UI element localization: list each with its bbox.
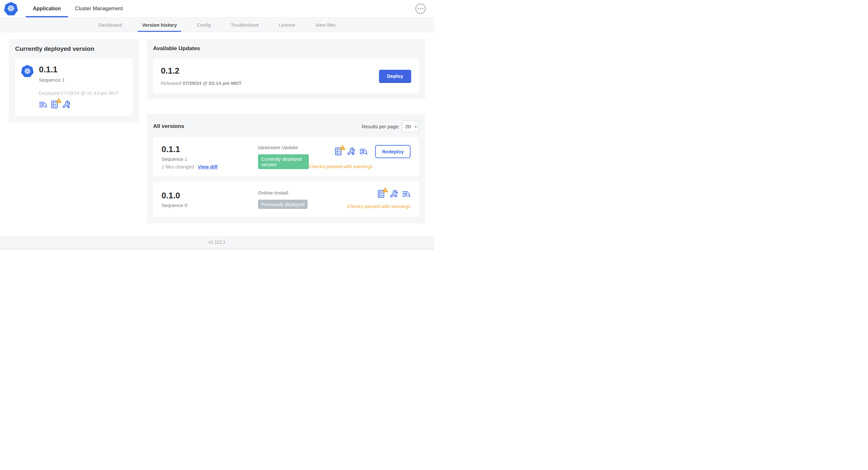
- app-footer: v1.112.1: [0, 236, 434, 250]
- console-version: v1.112.1: [209, 239, 225, 245]
- kubernetes-logo-icon: ☸: [4, 2, 18, 16]
- files-changed-line: 1 files changed View diff: [161, 164, 258, 169]
- row-version-number: 0.1.0: [161, 191, 258, 201]
- warning-triangle-icon: [56, 98, 62, 103]
- update-released-date: 07/29/24 @ 03:14 pm MDT: [183, 80, 242, 86]
- view-logs-icon[interactable]: [39, 100, 47, 109]
- preflight-checks-warning-icon[interactable]: [377, 190, 385, 198]
- view-diff-link[interactable]: View diff: [198, 164, 217, 169]
- available-update-row: 0.1.2 Released 07/29/24 @ 03:14 pm MDT D…: [153, 59, 419, 93]
- view-logs-icon[interactable]: [402, 190, 410, 198]
- version-row-0-1-0: 0.1.0 Sequence 0 Online Install Previous…: [153, 181, 419, 217]
- tab-version-history[interactable]: Version history: [132, 18, 187, 32]
- header-tab-application-label: Application: [33, 6, 61, 11]
- available-updates-title: Available Updates: [153, 45, 419, 52]
- kubernetes-app-icon: ☸: [21, 65, 34, 109]
- row-version-number: 0.1.1: [161, 144, 258, 154]
- all-versions-title: All versions: [153, 123, 184, 130]
- tab-troubleshoot[interactable]: Troubleshoot: [221, 18, 269, 32]
- redeploy-button[interactable]: Redeploy: [375, 145, 410, 158]
- right-column: Available Updates 0.1.2 Released 07/29/2…: [147, 39, 425, 224]
- view-config-wrench-eye-icon[interactable]: [390, 190, 398, 198]
- currently-deployed-title: Currently deployed version: [15, 45, 132, 53]
- source-label: Online Install: [258, 190, 347, 196]
- actions-row: Redeploy: [334, 145, 410, 158]
- header-tab-cluster-management-label: Cluster Management: [75, 6, 123, 11]
- version-row-source: Upstream Update Currently deployed versi…: [258, 145, 309, 169]
- deployed-version-number: 0.1.1: [39, 65, 119, 75]
- version-row-actions: Redeploy Checks passed with warnings: [309, 145, 410, 169]
- update-released-line: Released 07/29/24 @ 03:14 pm MDT: [161, 80, 242, 86]
- update-info: 0.1.2 Released 07/29/24 @ 03:14 pm MDT: [161, 66, 242, 86]
- chevron-down-icon: ▾: [415, 125, 416, 129]
- warning-triangle-icon: [339, 145, 345, 150]
- all-versions-card: All versions Results per page: 20 ▾ 0.1.…: [147, 114, 425, 224]
- tab-view-files[interactable]: View files: [305, 18, 345, 32]
- deployed-date: Deployed 07/29/24 @ 02:43 pm MDT: [39, 90, 119, 96]
- main-content: Currently deployed version ☸ 0.1.1 Seque…: [0, 32, 434, 236]
- deployed-version-info: 0.1.1 Sequence 1 Deployed 07/29/24 @ 02:…: [39, 65, 119, 109]
- all-versions-header: All versions Results per page: 20 ▾: [153, 121, 419, 132]
- version-row-source: Online Install Previously deployed: [258, 190, 347, 209]
- version-row-info: 0.1.1 Sequence 1 1 files changed View di…: [161, 144, 258, 169]
- preflight-checks-warning-icon[interactable]: [334, 147, 343, 156]
- deployed-sequence: Sequence 1: [39, 77, 119, 82]
- tab-license[interactable]: License: [269, 18, 305, 32]
- row-sequence: Sequence 1: [161, 156, 258, 162]
- tab-dashboard[interactable]: Dashboard: [89, 18, 132, 32]
- version-row-0-1-1: 0.1.1 Sequence 1 1 files changed View di…: [153, 137, 419, 176]
- warning-triangle-icon: [382, 187, 388, 193]
- deploy-button[interactable]: Deploy: [379, 70, 411, 82]
- previously-deployed-badge: Previously deployed: [258, 200, 308, 209]
- deployed-version-panel: ☸ 0.1.1 Sequence 1 Deployed 07/29/24 @ 0…: [15, 58, 132, 116]
- update-version-number: 0.1.2: [161, 66, 242, 76]
- more-options-button[interactable]: [415, 4, 426, 14]
- currently-deployed-badge: Currently deployed version: [258, 154, 309, 169]
- results-per-page-label: Results per page:: [362, 124, 400, 129]
- source-label: Upstream Update: [258, 145, 309, 150]
- header-tab-cluster-management[interactable]: Cluster Management: [68, 0, 130, 18]
- ellipsis-icon: [417, 8, 419, 9]
- svg-text:☸: ☸: [7, 4, 15, 13]
- checks-status-text[interactable]: Checks passed with warnings: [347, 203, 410, 209]
- version-row-actions: Checks passed with warnings: [347, 190, 410, 209]
- config-wrench-gear-icon[interactable]: [347, 147, 355, 156]
- tab-config[interactable]: Config: [187, 18, 221, 32]
- results-per-page: Results per page: 20 ▾: [362, 121, 419, 132]
- deployed-icon-row: [39, 100, 119, 109]
- view-logs-icon[interactable]: [359, 147, 368, 156]
- actions-row: [377, 190, 410, 198]
- app-subnav: Dashboard Version history Config Trouble…: [0, 18, 434, 32]
- row-sequence: Sequence 0: [161, 203, 258, 208]
- app-header: ☸ Application Cluster Management: [0, 0, 434, 18]
- results-per-page-select[interactable]: 20 ▾: [402, 121, 419, 132]
- header-tabs: Application Cluster Management: [26, 0, 130, 18]
- header-tab-application[interactable]: Application: [26, 0, 68, 18]
- svg-text:☸: ☸: [24, 67, 31, 76]
- checks-status-text[interactable]: Checks passed with warnings: [309, 164, 410, 169]
- config-wrench-gear-icon[interactable]: [62, 100, 70, 109]
- available-updates-card: Available Updates 0.1.2 Released 07/29/2…: [147, 39, 425, 99]
- version-row-info: 0.1.0 Sequence 0: [161, 191, 258, 208]
- currently-deployed-card: Currently deployed version ☸ 0.1.1 Seque…: [9, 39, 139, 122]
- preflight-checks-warning-icon[interactable]: [51, 100, 59, 109]
